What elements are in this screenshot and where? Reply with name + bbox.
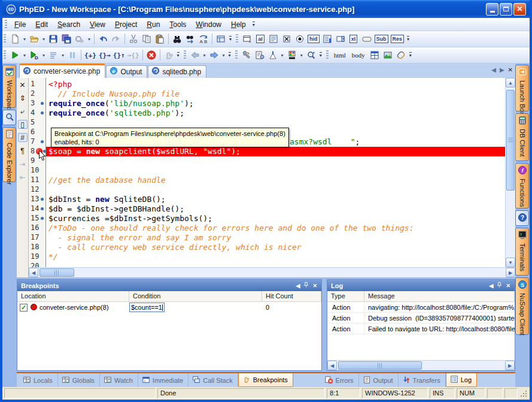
toolbar-overflow-icon[interactable]: ▾ bbox=[229, 52, 231, 58]
log-row[interactable]: Actionnavigating: http://localhost:8080/… bbox=[327, 302, 515, 313]
scroll-left-icon[interactable]: ◀ bbox=[327, 361, 337, 370]
restore-button[interactable] bbox=[500, 3, 512, 16]
code-line-18[interactable]: - call currency web service directly, wh… bbox=[46, 243, 505, 252]
button-tool-button[interactable] bbox=[360, 32, 373, 46]
tab-scroll-left-icon[interactable]: ◀ bbox=[491, 67, 496, 73]
sidebar-tab-code-explorer[interactable]: Code Explorer bbox=[2, 127, 16, 182]
cut-button[interactable] bbox=[127, 32, 140, 46]
dropdown-arrow-icon[interactable]: ▾ bbox=[41, 53, 47, 58]
paste-button[interactable] bbox=[153, 32, 166, 46]
menu-window[interactable]: Window bbox=[191, 19, 226, 31]
pause-button[interactable] bbox=[66, 49, 79, 62]
hidden-tool-button[interactable]: hid bbox=[306, 32, 321, 46]
editor-tab-output[interactable]: eOutput bbox=[106, 65, 147, 78]
code-line-1[interactable]: <?php bbox=[46, 80, 505, 89]
colors-button[interactable] bbox=[285, 49, 299, 62]
condition-input[interactable]: $count==1 bbox=[129, 303, 165, 312]
html-tag-button[interactable]: html bbox=[331, 49, 349, 62]
redo-button[interactable] bbox=[110, 32, 123, 46]
minimize-button[interactable] bbox=[486, 3, 498, 16]
dropdown-arrow-icon[interactable]: ▾ bbox=[60, 53, 66, 58]
vscroll-thumb[interactable] bbox=[506, 90, 515, 191]
submit-tool-button[interactable]: Sub bbox=[373, 32, 390, 46]
editor-hscrollbar[interactable]: ◀ ▶ bbox=[29, 267, 515, 277]
indent-icon[interactable]: ⇥ bbox=[18, 159, 28, 168]
textinput-tool-button[interactable]: xI bbox=[347, 32, 360, 46]
toolbar-overflow-icon[interactable]: ▾ bbox=[407, 36, 409, 42]
tab-scroll-right-icon[interactable]: ▶ bbox=[500, 67, 504, 73]
code-line-13[interactable]: $dbInst = new SqliteDB(); bbox=[46, 195, 505, 204]
select-tool-button[interactable] bbox=[321, 32, 334, 46]
dropdown-arrow-icon[interactable]: ▾ bbox=[86, 37, 92, 42]
breakpoint-enabled-checkbox[interactable]: ✓ bbox=[20, 304, 28, 312]
replace-button[interactable]: AB bbox=[197, 32, 210, 46]
publish-button[interactable] bbox=[266, 49, 279, 62]
tab-watch[interactable]: Watch bbox=[100, 373, 138, 387]
editor-tab-sqlitedb-php[interactable]: sqlitedb.php bbox=[148, 65, 206, 78]
panel-pin-icon[interactable] bbox=[495, 282, 504, 289]
special-chars-icon[interactable]: ¶ bbox=[18, 146, 28, 155]
scroll-up-icon[interactable]: ▲ bbox=[506, 78, 515, 87]
code-line-5[interactable] bbox=[46, 118, 505, 128]
insert-anchor-button[interactable] bbox=[394, 49, 408, 62]
log-row[interactable]: ActionFailed to navigate to URL: http://… bbox=[327, 324, 515, 334]
run-to-cursor-button[interactable]: →{} bbox=[126, 49, 141, 62]
reset-tool-button[interactable]: Res bbox=[390, 32, 406, 46]
tab-locals[interactable]: Locals bbox=[19, 373, 58, 387]
new-file-button[interactable] bbox=[8, 32, 22, 46]
sidebar-tab-launch-box[interactable]: Launch Box bbox=[515, 65, 529, 111]
panel-close-icon[interactable]: ✕ bbox=[311, 283, 319, 289]
sidebar-tab-functions[interactable]: fFunctions bbox=[515, 163, 529, 208]
tab-log[interactable]: Log bbox=[446, 373, 477, 387]
tools-hammer-button[interactable] bbox=[240, 49, 253, 62]
save-all-button[interactable] bbox=[60, 32, 73, 46]
tab-close-icon[interactable]: ✕ bbox=[508, 67, 513, 73]
panel-collapse-icon[interactable]: ◀ bbox=[488, 283, 495, 289]
hscroll-thumb[interactable] bbox=[338, 361, 422, 370]
panel-collapse-icon[interactable]: ◀ bbox=[294, 283, 302, 289]
copy-button[interactable] bbox=[140, 32, 153, 46]
menu-tools[interactable]: Tools bbox=[165, 19, 191, 31]
find-next-button[interactable] bbox=[184, 32, 197, 46]
menu-search[interactable]: Search bbox=[53, 19, 85, 31]
open-file-button[interactable] bbox=[28, 32, 41, 46]
dropdown-arrow-icon[interactable]: ▾ bbox=[202, 53, 208, 58]
split-editor-icon[interactable]: ⇕ bbox=[18, 93, 28, 102]
resize-grip[interactable] bbox=[519, 388, 528, 398]
step-into-button[interactable]: {+} bbox=[83, 49, 98, 62]
column-header-condition[interactable]: Condition bbox=[129, 291, 262, 301]
scroll-left-icon[interactable]: ◀ bbox=[29, 268, 38, 277]
dropdown-arrow-icon[interactable]: ▾ bbox=[22, 53, 28, 58]
insert-image-button[interactable] bbox=[381, 49, 394, 62]
code-line-16[interactable]: /*ToDo - one should really check for err… bbox=[46, 223, 505, 233]
code-line-14[interactable]: $db = $dbInst->getDBHandle(); bbox=[46, 204, 505, 214]
code-line-10[interactable] bbox=[46, 166, 505, 176]
break-hand-button[interactable] bbox=[162, 49, 175, 62]
log-row[interactable]: ActionDebug session (ID=3893570987774000… bbox=[327, 313, 515, 324]
code-line-2[interactable]: // Include Nusoap.php file bbox=[46, 89, 505, 99]
dropdown-arrow-icon[interactable]: ▾ bbox=[279, 53, 285, 58]
code-templates-button[interactable] bbox=[214, 32, 227, 46]
dropdown-arrow-icon[interactable]: ▾ bbox=[41, 37, 47, 42]
tab-globals[interactable]: Globals bbox=[58, 373, 100, 387]
close-button[interactable]: ✕ bbox=[513, 3, 526, 16]
code-line-12[interactable] bbox=[46, 185, 505, 195]
line-numbers-icon[interactable]: # bbox=[18, 133, 28, 142]
code-line-9[interactable] bbox=[46, 156, 505, 166]
listbox-tool-button[interactable] bbox=[267, 32, 280, 46]
code-line-8[interactable]: $soap = new soapclient($wsdlURL, "wsdl")… bbox=[46, 147, 505, 156]
editor-tab-conveter-service-php[interactable]: conveter-service.php bbox=[19, 64, 105, 78]
editor-vscrollbar[interactable]: ▲ ▼ bbox=[505, 78, 515, 267]
log-column-headers[interactable]: TypeMessage bbox=[327, 291, 515, 302]
toolbar-overflow-icon[interactable]: ▾ bbox=[177, 52, 180, 58]
editor-gutter[interactable]: 1234567891011121314151617181920 bbox=[29, 78, 46, 267]
code-line-17[interactable]: - signal the error and say I am sorry bbox=[46, 233, 505, 243]
toolbar-overflow-icon[interactable]: ▾ bbox=[320, 52, 322, 58]
sidebar-tab-terminals[interactable]: Terminals bbox=[515, 228, 529, 276]
sidebar-tab-nusoap-client[interactable]: SNuSoap Client bbox=[515, 277, 529, 335]
menu-file[interactable]: File bbox=[10, 19, 31, 31]
column-header-location[interactable]: Location bbox=[17, 291, 129, 301]
panel-close-icon[interactable]: ✕ bbox=[504, 283, 512, 289]
run-debug-button[interactable]: D bbox=[28, 49, 41, 62]
column-header-message[interactable]: Message bbox=[364, 291, 515, 301]
